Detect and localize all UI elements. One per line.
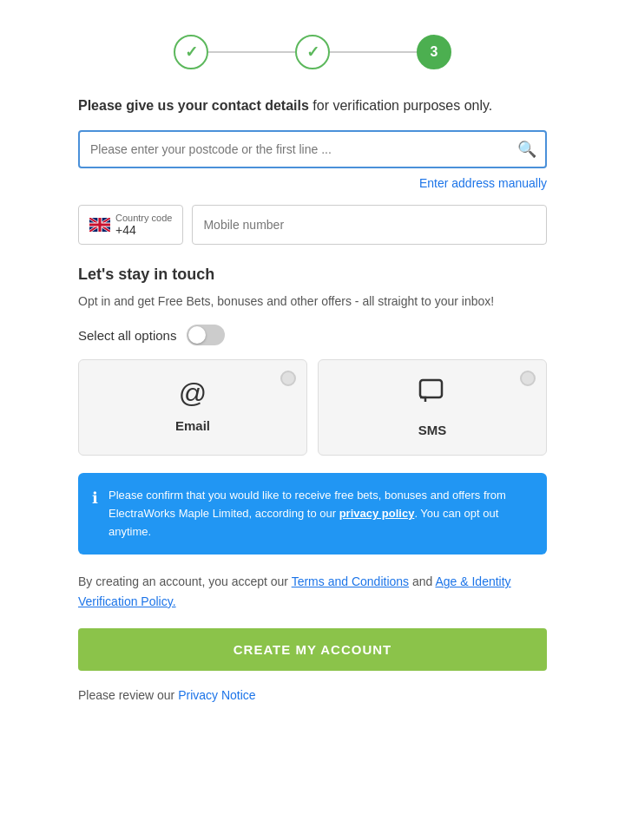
mobile-number-input[interactable] xyxy=(192,205,547,245)
info-box: ℹ Please confirm that you would like to … xyxy=(78,473,547,555)
email-radio[interactable] xyxy=(280,371,296,386)
phone-row: Country code +44 xyxy=(78,205,547,245)
privacy-policy-link[interactable]: privacy policy xyxy=(339,507,415,520)
enter-manually-link-wrapper: Enter address manually xyxy=(78,175,547,191)
heading-normal: for verification purposes only. xyxy=(312,98,492,113)
sms-option-label: SMS xyxy=(418,423,447,437)
country-code-selector[interactable]: Country code +44 xyxy=(78,205,183,245)
terms-prefix: By creating an account, you accept our xyxy=(78,574,292,588)
step-1: ✓ xyxy=(174,35,208,69)
privacy-notice-link[interactable]: Privacy Notice xyxy=(178,688,255,702)
stay-in-touch-title: Let's stay in touch xyxy=(78,266,547,284)
country-code-value: +44 xyxy=(115,223,136,237)
step-2-checkmark: ✓ xyxy=(306,43,319,62)
select-all-label: Select all options xyxy=(78,328,176,343)
sms-radio[interactable] xyxy=(520,371,536,386)
country-code-info: Country code +44 xyxy=(115,213,172,237)
communication-options: @ Email SMS xyxy=(78,359,547,456)
sms-option-card[interactable]: SMS xyxy=(318,359,547,456)
uk-flag-icon xyxy=(89,218,110,232)
heading-bold: Please give us your contact details xyxy=(78,98,309,113)
terms-conditions-link[interactable]: Terms and Conditions xyxy=(292,574,409,588)
country-label: Country code xyxy=(115,213,172,223)
select-all-row: Select all options xyxy=(78,325,547,345)
email-icon: @ xyxy=(179,377,207,410)
step-2: ✓ xyxy=(295,35,330,69)
stay-in-touch-description: Opt in and get Free Bets, bonuses and ot… xyxy=(78,292,547,311)
enter-manually-link[interactable]: Enter address manually xyxy=(419,176,547,190)
email-option-label: Email xyxy=(175,418,210,433)
stepper: ✓ ✓ 3 xyxy=(78,35,547,69)
svg-rect-1 xyxy=(420,380,442,397)
info-icon: ℹ xyxy=(92,489,98,541)
create-account-button[interactable]: CREATE MY ACCOUNT xyxy=(78,628,547,671)
postcode-wrapper: 🔍 xyxy=(78,130,547,168)
step-3: 3 xyxy=(417,35,451,69)
privacy-notice: Please review our Privacy Notice xyxy=(78,688,547,702)
step-line-2 xyxy=(330,51,417,53)
toggle-knob xyxy=(188,326,206,344)
select-all-toggle[interactable] xyxy=(187,325,225,345)
email-option-card[interactable]: @ Email xyxy=(78,359,307,456)
sms-icon xyxy=(418,377,447,414)
terms-text: By creating an account, you accept our T… xyxy=(78,572,547,611)
contact-details-heading: Please give us your contact details for … xyxy=(78,95,547,116)
postcode-input[interactable] xyxy=(78,130,547,168)
step-1-checkmark: ✓ xyxy=(185,43,198,62)
search-icon: 🔍 xyxy=(517,140,536,159)
terms-and: and xyxy=(409,574,435,588)
info-box-text: Please confirm that you would like to re… xyxy=(109,487,533,541)
step-line-1 xyxy=(208,51,295,53)
privacy-prefix: Please review our xyxy=(78,688,178,702)
step-3-label: 3 xyxy=(431,44,438,60)
